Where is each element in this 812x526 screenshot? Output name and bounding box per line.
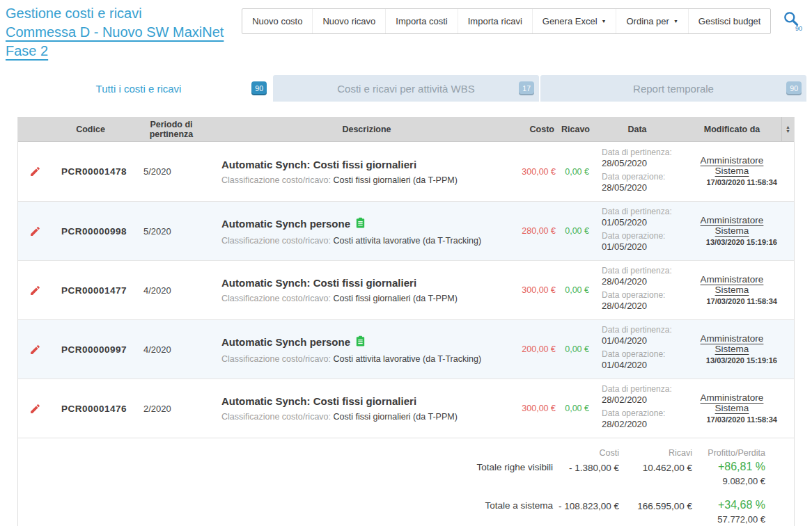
- footer-col-costi: Costi: [553, 448, 619, 458]
- row-ricavo: 0,00 €: [559, 344, 592, 354]
- classificazione-value: Costi attivita lavorative (da T-Tracking…: [334, 354, 482, 364]
- classificazione-value: Costi attivita lavorative (da T-Tracking…: [334, 236, 482, 246]
- data-operazione-value: 01/05/2020: [602, 241, 682, 253]
- data-operazione-value: 01/04/2020: [602, 360, 682, 371]
- totals-visible-costi: - 1.380,00 €: [553, 461, 619, 473]
- data-operazione-label: Data operazione:: [602, 408, 682, 419]
- table-row: PCR00001476 2/2020 Automatic Synch: Cost…: [18, 378, 794, 438]
- toolbar-button-importa-ricavi[interactable]: Importa ricavi: [458, 9, 532, 33]
- data-pertinenza-label: Data di pertinenza:: [602, 384, 682, 394]
- row-codice: PCR00001478: [52, 166, 130, 177]
- toolbar-button-label: Importa costi: [396, 16, 447, 26]
- data-operazione-label: Data operazione:: [602, 290, 682, 301]
- totals-visible-profit-pct: +86,81 %: [692, 461, 765, 473]
- row-descrizione: Automatic Synch: Costi fissi giornalieri: [221, 277, 416, 289]
- data-operazione-value: 28/05/2020: [602, 182, 682, 193]
- row-periodo: 5/2020: [130, 166, 213, 177]
- edit-icon[interactable]: [29, 166, 41, 177]
- row-periodo: 2/2020: [130, 404, 213, 414]
- search-icon[interactable]: 90: [782, 10, 802, 33]
- classificazione-value: Costi fissi giornalieri (da T-PPM): [334, 294, 458, 303]
- tab-bar: Tutti i costi e ricavi90Costi e ricavi p…: [6, 75, 806, 102]
- row-descrizione: Automatic Synch persone: [221, 336, 350, 348]
- data-pertinenza-value: 01/04/2020: [602, 335, 682, 346]
- note-icon[interactable]: [354, 335, 366, 349]
- col-costo: Costo: [520, 125, 559, 134]
- classificazione-label: Classificazione costo/ricavo:: [221, 236, 331, 246]
- edit-icon[interactable]: [29, 225, 41, 237]
- table-header: Codice Periodo di pertinenza Descrizione…: [18, 117, 794, 142]
- row-ricavo: 0,00 €: [559, 226, 592, 236]
- toolbar-button-label: Importa ricavi: [468, 16, 522, 26]
- table-row: PCR00000997 4/2020 Automatic Synch perso…: [18, 319, 794, 378]
- tab-2[interactable]: Report temporale90: [540, 75, 806, 102]
- totals-system-label: Totale a sistema: [18, 499, 553, 511]
- row-costo: 300,00 €: [520, 285, 559, 295]
- toolbar-button-importa-costi[interactable]: Importa costi: [385, 9, 457, 33]
- col-periodo: Periodo di pertinenza: [130, 120, 213, 139]
- data-pertinenza-value: 28/02/2020: [602, 394, 682, 406]
- data-operazione-value: 28/04/2020: [602, 301, 682, 312]
- classificazione-value: Costi fissi giornalieri (da T-PPM): [334, 412, 458, 422]
- tab-1[interactable]: Costi e ricavi per attività WBS17: [273, 75, 539, 102]
- row-ricavo: 0,00 €: [559, 285, 592, 295]
- table-row: PCR00001477 4/2020 Automatic Synch: Cost…: [18, 260, 794, 319]
- sort-icon[interactable]: ▲▼: [781, 117, 794, 141]
- edit-icon[interactable]: [29, 285, 41, 296]
- totals-visible-profit-val: 9.082,00 €: [692, 476, 765, 486]
- row-descrizione: Automatic Synch: Costi fissi giornalieri: [221, 395, 416, 407]
- tab-0[interactable]: Tutti i costi e ricavi90: [6, 75, 272, 102]
- row-costo: 200,00 €: [520, 344, 559, 354]
- row-ricavo: 0,00 €: [559, 404, 592, 413]
- row-codice: PCR00001477: [52, 285, 130, 296]
- project-link[interactable]: Commessa D - Nuovo SW MaxiNet Fase 2: [6, 23, 242, 61]
- toolbar-button-nuovo-costo[interactable]: Nuovo costo: [242, 9, 312, 33]
- search-count-badge: 90: [795, 25, 802, 32]
- modified-by-link[interactable]: Amministratore Sistema: [687, 215, 777, 236]
- toolbar-button-ordina-per[interactable]: Ordina per▼: [616, 9, 687, 33]
- modified-at: 17/03/2020 11:58:34: [687, 415, 777, 424]
- classificazione-label: Classificazione costo/ricavo:: [221, 294, 331, 303]
- toolbar-button-genera-excel[interactable]: Genera Excel▼: [532, 9, 616, 33]
- totals-system: Totale a sistema - 108.823,00 € 166.595,…: [18, 499, 794, 525]
- header: Gestione costi e ricavi Commessa D - Nuo…: [0, 0, 812, 61]
- row-costo: 280,00 €: [520, 226, 559, 236]
- totals-visible-rows: Totale righe visibili - 1.380,00 € 10.46…: [18, 461, 794, 486]
- totals-system-costi: - 108.823,00 €: [553, 499, 619, 511]
- toolbar-button-label: Genera Excel: [542, 16, 598, 26]
- totals-visible-label: Totale righe visibili: [18, 461, 553, 472]
- toolbar-button-gestisci-budget[interactable]: Gestisci budget: [688, 9, 771, 33]
- tab-label: Tutti i costi e ricavi: [96, 83, 182, 95]
- modified-at: 13/03/2020 15:19:16: [687, 356, 777, 365]
- modified-at: 17/03/2020 11:58:34: [687, 297, 777, 305]
- row-descrizione: Automatic Synch persone: [221, 218, 350, 230]
- toolbar-button-label: Gestisci budget: [698, 16, 761, 26]
- toolbar-button-nuovo-ricavo[interactable]: Nuovo ricavo: [312, 9, 385, 33]
- page-title: Gestione costi e ricavi: [6, 4, 242, 23]
- modified-by-link[interactable]: Amministratore Sistema: [687, 274, 777, 295]
- tab-label: Report temporale: [633, 83, 714, 95]
- row-ricavo: 0,00 €: [559, 167, 592, 177]
- totals-visible-ricavi: 10.462,00 €: [619, 461, 692, 473]
- col-modificato-da: Modificato da: [682, 125, 781, 134]
- edit-icon[interactable]: [29, 403, 41, 415]
- data-pertinenza-label: Data di pertinenza:: [602, 325, 682, 335]
- edit-icon[interactable]: [29, 344, 41, 356]
- totals-system-profit-pct: +34,68 %: [692, 499, 765, 511]
- col-codice: Codice: [52, 125, 130, 134]
- col-descrizione: Descrizione: [213, 125, 520, 134]
- table-row: PCR00000998 5/2020 Automatic Synch perso…: [18, 201, 794, 260]
- data-pertinenza-value: 01/05/2020: [602, 217, 682, 228]
- data-operazione-label: Data operazione:: [602, 231, 682, 241]
- modified-by-link[interactable]: Amministratore Sistema: [687, 333, 777, 354]
- cost-table: Codice Periodo di pertinenza Descrizione…: [17, 117, 795, 526]
- modified-by-link[interactable]: Amministratore Sistema: [687, 392, 777, 413]
- toolbar-button-label: Nuovo ricavo: [322, 16, 375, 26]
- chevron-down-icon: ▼: [602, 19, 607, 24]
- tab-count-badge: 90: [251, 81, 267, 95]
- note-icon[interactable]: [354, 217, 366, 231]
- row-costo: 300,00 €: [520, 404, 559, 413]
- row-periodo: 5/2020: [130, 226, 213, 237]
- toolbar: Nuovo costoNuovo ricavoImporta costiImpo…: [242, 8, 771, 34]
- modified-by-link[interactable]: Amministratore Sistema: [687, 155, 777, 176]
